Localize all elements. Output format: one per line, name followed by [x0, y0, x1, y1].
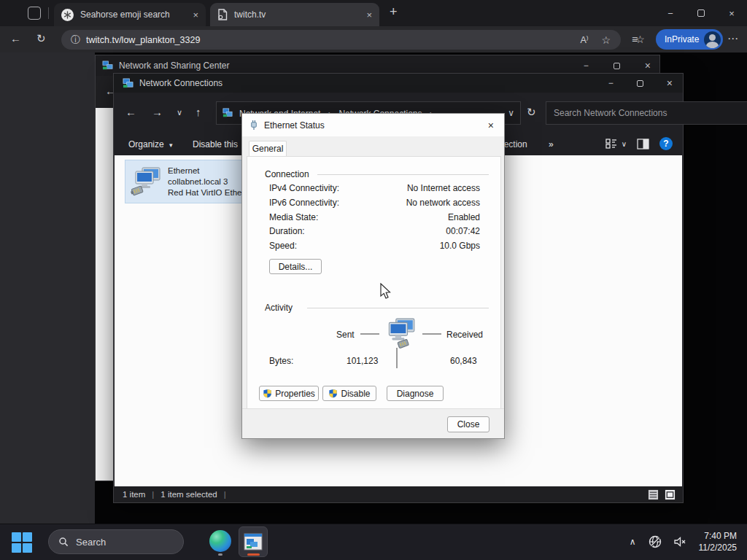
- favorite-star-icon[interactable]: ☆: [601, 34, 611, 46]
- network-connections-icon: [123, 78, 133, 89]
- ncw-titlebar[interactable]: Network Connections − ×: [114, 74, 683, 93]
- network-app-taskbar-icon[interactable]: [239, 526, 268, 557]
- ncw-minimize-button[interactable]: −: [608, 78, 614, 88]
- nsc-minimize-button[interactable]: −: [584, 61, 589, 71]
- bytes-divider: [396, 348, 398, 368]
- inprivate-badge[interactable]: InPrivate: [656, 29, 723, 50]
- bytes-label: Bytes:: [269, 356, 293, 366]
- nsc-maximize-button[interactable]: [614, 63, 620, 69]
- connection-device: Red Hat VirtIO Ether: [168, 187, 244, 198]
- organize-menu[interactable]: Organize ▾: [128, 139, 173, 149]
- tab-separator: [48, 7, 49, 19]
- favorites-hub-icon[interactable]: ≡☆: [632, 34, 643, 45]
- ethernet-connection-item[interactable]: Ethernet collabnet.local 3 Red Hat VirtI…: [125, 160, 247, 203]
- ncw-maximize-button[interactable]: [637, 80, 643, 87]
- browser-back-button[interactable]: ←: [10, 32, 21, 44]
- general-tab-page: Connection IPv4 Connectivity:No Internet…: [247, 156, 501, 411]
- bytes-received-value: 60,843: [450, 356, 477, 366]
- browser-toolbar: ← ↻ ⓘ twitch.tv/low_plankton_3329 A) ☆ ≡…: [0, 26, 747, 52]
- tab-title: Seahorse emoji search: [80, 9, 187, 20]
- taskbar-search[interactable]: Search: [48, 529, 184, 554]
- sent-label: Sent: [336, 330, 355, 340]
- ncw-close-button[interactable]: ×: [667, 77, 673, 89]
- media-state-value: Enabled: [448, 212, 480, 222]
- browser-menu-icon[interactable]: ⋯: [727, 32, 738, 45]
- diagnose-button[interactable]: Diagnose: [387, 386, 444, 401]
- speed-label: Speed:: [269, 241, 297, 251]
- thumbnail-view-icon[interactable]: [665, 489, 676, 500]
- nsc-close-button[interactable]: ×: [645, 60, 651, 71]
- disable-button[interactable]: Disable: [322, 386, 376, 401]
- explorer-refresh-button[interactable]: ↻: [527, 106, 536, 119]
- ethernet-status-dialog: Ethernet Status × General Connection IPv…: [241, 113, 505, 439]
- dialog-close-icon[interactable]: ×: [488, 120, 494, 131]
- document-icon: [217, 9, 228, 20]
- duration-label: Duration:: [269, 226, 305, 236]
- view-mode-icon[interactable]: ∨: [605, 138, 627, 149]
- tab-twitch[interactable]: twitch.tv ×: [210, 3, 379, 26]
- tab-title: twitch.tv: [234, 9, 360, 20]
- browser-refresh-button[interactable]: ↻: [36, 32, 46, 45]
- browser-window-controls: − ×: [655, 0, 747, 26]
- dialog-title: Ethernet Status: [264, 120, 325, 131]
- new-tab-button[interactable]: +: [390, 4, 398, 20]
- dialog-titlebar[interactable]: Ethernet Status ×: [242, 114, 504, 136]
- browser-minimize-button[interactable]: −: [655, 0, 686, 26]
- explorer-up-button[interactable]: ↑: [196, 106, 201, 118]
- clock-time: 7:40 PM: [699, 530, 738, 542]
- details-button[interactable]: Details...: [269, 259, 322, 274]
- ipv4-label: IPv4 Connectivity:: [269, 183, 339, 193]
- ipv6-value: No network access: [406, 198, 480, 208]
- edge-taskbar-icon[interactable]: [209, 530, 231, 552]
- url-text: twitch.tv/low_plankton_3329: [86, 35, 580, 45]
- details-view-icon[interactable]: [648, 489, 659, 500]
- preview-pane-icon[interactable]: [637, 139, 649, 149]
- close-button[interactable]: Close: [447, 416, 489, 432]
- uac-shield-icon: [328, 389, 338, 398]
- start-button[interactable]: [12, 532, 32, 553]
- read-aloud-icon[interactable]: A): [580, 34, 588, 45]
- profile-avatar: [704, 31, 721, 48]
- ncw-title: Network Connections: [139, 78, 222, 88]
- explorer-search-box[interactable]: Search Network Connections: [546, 101, 747, 125]
- edge-running-indicator: [218, 553, 222, 556]
- close-tab-icon[interactable]: ×: [193, 9, 198, 20]
- browser-close-button[interactable]: ×: [716, 0, 747, 26]
- command-overflow-chevron[interactable]: »: [549, 139, 554, 149]
- ethernet-plug-icon: [249, 120, 258, 131]
- ethernet-adapter-icon: [130, 166, 162, 198]
- explorer-forward-button[interactable]: →: [152, 106, 163, 118]
- screen: Seahorse emoji search × twitch.tv × + − …: [0, 0, 747, 560]
- close-tab-icon[interactable]: ×: [366, 9, 372, 20]
- dialog-tabs: General: [242, 136, 504, 156]
- twitch-sidebar: [0, 52, 95, 524]
- browser-tabstrip: Seahorse emoji search × twitch.tv × + − …: [0, 0, 747, 26]
- explorer-back-button[interactable]: ←: [125, 106, 136, 118]
- address-dropdown-icon[interactable]: ∨: [508, 108, 514, 118]
- disable-device-command[interactable]: Disable this: [193, 139, 238, 149]
- help-icon[interactable]: ?: [659, 137, 673, 150]
- media-state-label: Media State:: [269, 212, 318, 222]
- ipv4-value: No Internet access: [407, 183, 480, 193]
- network-no-internet-icon[interactable]: [648, 534, 662, 549]
- network-sharing-center-icon: [102, 61, 113, 71]
- recent-locations-icon[interactable]: ∨: [177, 108, 182, 117]
- taskbar-clock[interactable]: 7:40 PM 11/2/2025: [699, 530, 738, 553]
- tab-seahorse-emoji-search[interactable]: Seahorse emoji search ×: [54, 3, 206, 26]
- activity-computers-icon: [383, 316, 417, 350]
- dialog-footer: Close: [242, 408, 504, 438]
- volume-muted-icon[interactable]: [673, 534, 687, 549]
- view-dropdown-icon: ∨: [622, 140, 627, 148]
- connection-network: collabnet.local 3: [168, 176, 244, 187]
- inprivate-label: InPrivate: [665, 34, 699, 44]
- active-app-indicator: [247, 553, 260, 556]
- tab-general[interactable]: General: [249, 141, 287, 156]
- received-label: Received: [446, 330, 483, 340]
- tab-actions-menu-icon[interactable]: [28, 7, 41, 20]
- explorer-search-placeholder: Search Network Connections: [554, 108, 747, 118]
- address-bar[interactable]: ⓘ twitch.tv/low_plankton_3329 A) ☆: [61, 30, 621, 50]
- browser-maximize-button[interactable]: [686, 0, 716, 26]
- hidden-icons-chevron[interactable]: ∧: [630, 537, 636, 547]
- site-info-icon[interactable]: ⓘ: [71, 34, 80, 47]
- properties-button[interactable]: Properties: [259, 386, 319, 401]
